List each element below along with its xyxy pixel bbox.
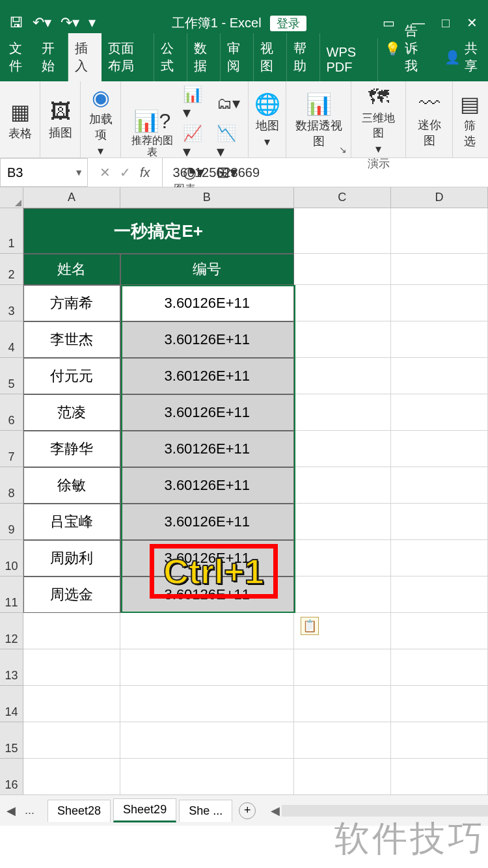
cell[interactable] xyxy=(391,321,488,358)
save-icon[interactable]: 🖫 xyxy=(9,14,23,31)
col-header-D[interactable]: D xyxy=(391,187,488,208)
sheet-tab[interactable]: Sheet29 xyxy=(113,798,176,822)
cell[interactable] xyxy=(294,358,391,394)
pivot-launcher-icon[interactable]: ↘ xyxy=(339,144,347,155)
cell[interactable] xyxy=(294,759,391,794)
cell[interactable] xyxy=(120,686,294,722)
cell[interactable] xyxy=(23,613,120,649)
tab-formulas[interactable]: 公式 xyxy=(154,33,187,81)
row-header[interactable]: 11 xyxy=(0,576,23,613)
fx-icon[interactable]: fx xyxy=(140,165,150,180)
undo-icon[interactable]: ↶▾ xyxy=(33,14,51,31)
3d-map-button[interactable]: 🗺三维地图▾ xyxy=(358,85,399,156)
cell[interactable] xyxy=(294,467,391,504)
recommended-charts-button[interactable]: 📊?推荐的图表 xyxy=(128,109,176,158)
paste-options-icon[interactable]: 📋 xyxy=(301,617,319,635)
cell[interactable] xyxy=(391,649,488,686)
horizontal-scrollbar[interactable] xyxy=(282,805,488,817)
row-header[interactable]: 4 xyxy=(0,321,23,358)
col-header-A[interactable]: A xyxy=(23,187,120,208)
stat-chart-icon[interactable]: 📉▾ xyxy=(217,124,242,161)
chevron-down-icon[interactable]: ▼ xyxy=(74,167,83,178)
cell-name[interactable]: 范凌 xyxy=(23,394,120,431)
cell-id[interactable]: 3.60126E+11 xyxy=(120,504,294,540)
cell-name[interactable]: 付元元 xyxy=(23,358,120,394)
close-icon[interactable]: ✕ xyxy=(467,15,478,31)
col-header-C[interactable]: C xyxy=(294,187,391,208)
row-header[interactable]: 8 xyxy=(0,467,23,504)
line-chart-icon[interactable]: 📈▾ xyxy=(183,124,209,161)
tab-insert[interactable]: 插入 xyxy=(68,33,102,81)
cell-id[interactable]: 3.60126E+11 xyxy=(120,394,294,431)
sheet-prev-icon[interactable]: ◀ xyxy=(7,804,16,818)
row-header[interactable]: 6 xyxy=(0,394,23,431)
tab-layout[interactable]: 页面布局 xyxy=(102,33,154,81)
tab-view[interactable]: 视图 xyxy=(254,33,287,81)
col-header-B[interactable]: B xyxy=(120,187,294,208)
row-header[interactable]: 3 xyxy=(0,285,23,321)
row-header[interactable]: 16 xyxy=(0,759,23,794)
maximize-icon[interactable]: □ xyxy=(442,16,450,31)
cell[interactable] xyxy=(391,540,488,576)
login-button[interactable]: 登录 xyxy=(270,16,306,31)
row-header[interactable]: 2 xyxy=(0,254,23,285)
cell[interactable] xyxy=(120,613,294,649)
select-all-corner[interactable] xyxy=(0,187,23,208)
tab-home[interactable]: 开始 xyxy=(35,33,68,81)
cell[interactable] xyxy=(294,540,391,576)
table-title[interactable]: 一秒搞定E+ xyxy=(23,208,294,254)
cell-name[interactable]: 李世杰 xyxy=(23,321,120,358)
cell-id[interactable]: 3.60126E+11 xyxy=(120,431,294,467)
cell[interactable] xyxy=(391,722,488,759)
row-header[interactable]: 10 xyxy=(0,540,23,576)
cell-id[interactable]: 3.60126E+11 xyxy=(120,467,294,504)
tab-wps-pdf[interactable]: WPS PDF xyxy=(320,38,378,81)
cell[interactable] xyxy=(294,394,391,431)
cell-id[interactable]: 3.60126E+11 xyxy=(120,285,294,321)
cell[interactable] xyxy=(391,504,488,540)
qat-more-icon[interactable]: ▾ xyxy=(88,14,96,31)
cell[interactable] xyxy=(294,649,391,686)
cell[interactable] xyxy=(23,722,120,759)
cell-name[interactable]: 周选金 xyxy=(23,576,120,613)
cell-id[interactable]: 3.60126E+11 xyxy=(120,358,294,394)
row-header[interactable]: 1 xyxy=(0,208,23,254)
row-header[interactable]: 5 xyxy=(0,358,23,394)
cell[interactable] xyxy=(294,285,391,321)
sparklines-button[interactable]: 〰迷你图 xyxy=(413,92,446,148)
tab-review[interactable]: 审阅 xyxy=(221,33,254,81)
cell-id[interactable]: 3.60126E+11 xyxy=(120,321,294,358)
tables-button[interactable]: ▦表格 xyxy=(8,100,32,141)
cell[interactable] xyxy=(391,613,488,649)
pivot-chart-button[interactable]: 📊数据透视图 xyxy=(293,92,344,149)
filters-button[interactable]: ▤筛选 xyxy=(459,92,480,149)
cell[interactable] xyxy=(23,686,120,722)
cell[interactable] xyxy=(294,576,391,613)
tell-me[interactable]: 💡告诉我 xyxy=(378,16,435,81)
cell[interactable] xyxy=(294,431,391,467)
share-button[interactable]: 👤共享 xyxy=(435,33,488,81)
cell[interactable] xyxy=(391,576,488,613)
cell[interactable] xyxy=(23,759,120,794)
addins-button[interactable]: ◉加载项▾ xyxy=(87,85,114,158)
cell[interactable] xyxy=(391,254,488,285)
scroll-left-icon[interactable]: ◀ xyxy=(269,804,282,818)
cell[interactable] xyxy=(294,208,391,254)
row-header[interactable]: 9 xyxy=(0,504,23,540)
cell-name[interactable]: 徐敏 xyxy=(23,467,120,504)
cell[interactable] xyxy=(391,358,488,394)
tab-file[interactable]: 文件 xyxy=(0,33,35,81)
enter-formula-icon[interactable]: ✓ xyxy=(120,165,131,180)
cell[interactable] xyxy=(294,686,391,722)
sheet-list-icon[interactable]: ... xyxy=(20,804,40,818)
name-box[interactable]: B3 ▼ xyxy=(0,158,88,187)
cell[interactable] xyxy=(294,722,391,759)
cell[interactable] xyxy=(391,431,488,467)
row-header[interactable]: 7 xyxy=(0,431,23,467)
row-header[interactable]: 13 xyxy=(0,649,23,686)
row-header[interactable]: 14 xyxy=(0,686,23,722)
sheet-tab[interactable]: She ... xyxy=(179,800,232,822)
cell-name[interactable]: 方南希 xyxy=(23,285,120,321)
cell[interactable] xyxy=(120,649,294,686)
cell[interactable] xyxy=(294,254,391,285)
